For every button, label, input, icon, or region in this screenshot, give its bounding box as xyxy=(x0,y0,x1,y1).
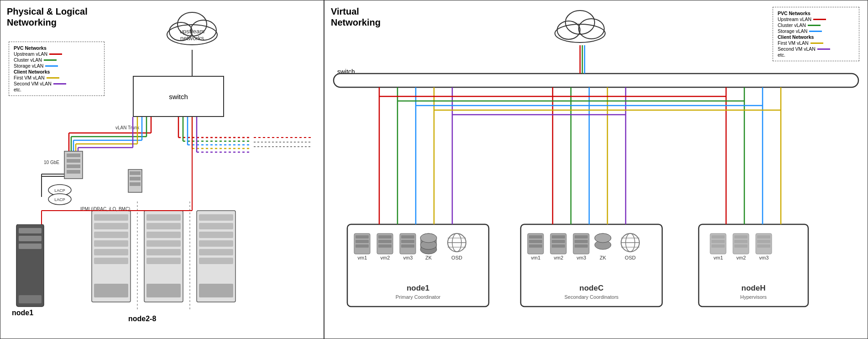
svg-text:OSD: OSD xyxy=(625,255,636,260)
svg-rect-13 xyxy=(94,223,128,229)
svg-rect-23 xyxy=(146,240,181,247)
svg-rect-159 xyxy=(575,240,588,243)
svg-rect-154 xyxy=(552,240,565,243)
svg-rect-82 xyxy=(67,159,80,163)
svg-rect-85 xyxy=(128,170,142,192)
svg-point-164 xyxy=(595,233,611,243)
cloud-shape: upstream networks xyxy=(156,5,229,51)
right-panel: VirtualNetworking PVC Networks Upstream … xyxy=(324,0,868,339)
svg-text:ZK: ZK xyxy=(425,255,432,260)
svg-text:vm2: vm2 xyxy=(554,255,564,260)
svg-rect-153 xyxy=(552,235,565,238)
svg-text:nodeH: nodeH xyxy=(742,284,766,292)
svg-text:vm1: vm1 xyxy=(531,255,541,260)
first-vm-vlan-label: First VM vLAN xyxy=(14,75,45,80)
left-panel: Physical & LogicalNetworking PVC Network… xyxy=(0,0,324,339)
second-vm-vlan-label: Second VM vLAN xyxy=(14,81,52,86)
svg-text:nodeC: nodeC xyxy=(580,284,604,292)
svg-rect-149 xyxy=(529,240,542,243)
svg-text:10 GbE: 10 GbE xyxy=(44,160,59,165)
svg-point-139 xyxy=(420,233,437,243)
svg-rect-30 xyxy=(199,232,233,238)
svg-rect-9 xyxy=(19,244,42,249)
svg-rect-120 xyxy=(356,235,369,238)
svg-rect-87 xyxy=(130,177,141,180)
node2-8-label: node2-8 xyxy=(128,315,156,323)
svg-text:vm2: vm2 xyxy=(381,255,390,260)
svg-rect-21 xyxy=(146,223,181,229)
svg-rect-86 xyxy=(130,171,141,175)
svg-rect-84 xyxy=(67,170,80,174)
svg-rect-10 xyxy=(19,295,42,303)
svg-rect-25 xyxy=(146,258,181,264)
node1-server-icon xyxy=(14,224,51,316)
cluster-vlan-label: Cluster vLAN xyxy=(14,57,42,63)
svg-text:Hypervisors: Hypervisors xyxy=(740,294,767,300)
svg-text:vLAN Trunk: vLAN Trunk xyxy=(115,125,140,130)
svg-rect-20 xyxy=(146,214,181,221)
svg-text:LACP: LACP xyxy=(54,188,65,193)
node1-area: node1 xyxy=(14,224,51,317)
svg-rect-24 xyxy=(146,249,181,255)
node2-8-area: node2-8 xyxy=(89,201,245,313)
svg-rect-121 xyxy=(356,240,369,243)
svg-rect-122 xyxy=(356,244,369,248)
svg-text:OSD: OSD xyxy=(451,255,462,260)
svg-rect-179 xyxy=(734,240,748,243)
svg-rect-18 xyxy=(94,284,128,297)
svg-text:Primary Coordinator: Primary Coordinator xyxy=(396,294,441,300)
svg-rect-33 xyxy=(199,258,233,264)
svg-rect-32 xyxy=(199,249,233,255)
svg-rect-131 xyxy=(401,240,414,243)
etc-label: etc. xyxy=(14,87,21,92)
svg-rect-88 xyxy=(130,182,141,186)
svg-rect-173 xyxy=(711,235,725,238)
svg-rect-150 xyxy=(529,244,542,248)
svg-point-78 xyxy=(48,194,71,205)
pvc-networks-label: PVC Networks xyxy=(14,45,47,51)
svg-rect-26 xyxy=(146,284,181,297)
svg-rect-155 xyxy=(552,244,565,248)
left-legend: PVC Networks Upstream vLAN Cluster vLAN … xyxy=(9,42,105,96)
svg-rect-14 xyxy=(94,232,128,238)
svg-rect-7 xyxy=(19,228,42,233)
svg-text:vm1: vm1 xyxy=(358,255,367,260)
svg-text:vm3: vm3 xyxy=(577,255,586,260)
svg-rect-29 xyxy=(199,223,233,229)
svg-text:vm3: vm3 xyxy=(403,255,413,260)
node2-8-server-icons xyxy=(89,201,245,311)
svg-rect-17 xyxy=(94,258,128,264)
svg-point-76 xyxy=(48,185,71,196)
svg-rect-185 xyxy=(757,244,770,248)
svg-text:vm3: vm3 xyxy=(759,255,769,260)
svg-rect-160 xyxy=(575,244,588,248)
svg-rect-22 xyxy=(146,232,181,238)
svg-rect-126 xyxy=(378,240,392,243)
svg-text:ZK: ZK xyxy=(600,255,607,260)
svg-rect-180 xyxy=(734,244,748,248)
svg-rect-178 xyxy=(734,235,748,238)
storage-vlan-label: Storage vLAN xyxy=(14,63,43,69)
switch-box: switch xyxy=(133,76,224,117)
switch-label: switch xyxy=(169,93,188,101)
svg-rect-184 xyxy=(757,240,770,243)
svg-rect-31 xyxy=(199,240,233,247)
client-networks-label: Client Networks xyxy=(14,69,50,74)
node1-label: node1 xyxy=(12,309,33,317)
svg-rect-80 xyxy=(64,151,83,179)
svg-text:vm1: vm1 xyxy=(714,255,723,260)
right-wiring-svg: vm1 vm2 vm3 ZK OSD vm1 xyxy=(324,0,868,339)
svg-text:networks: networks xyxy=(180,35,204,42)
svg-rect-83 xyxy=(67,164,80,168)
svg-text:upstream: upstream xyxy=(180,28,204,35)
svg-text:Secondary Coordinators: Secondary Coordinators xyxy=(565,294,619,300)
svg-rect-28 xyxy=(199,214,233,221)
svg-rect-175 xyxy=(711,244,725,248)
svg-text:LACP: LACP xyxy=(54,197,65,202)
svg-rect-16 xyxy=(94,249,128,255)
svg-rect-158 xyxy=(575,235,588,238)
svg-text:node1: node1 xyxy=(407,284,429,292)
svg-rect-127 xyxy=(378,244,392,248)
svg-rect-93 xyxy=(334,74,858,87)
svg-text:vm2: vm2 xyxy=(737,255,746,260)
